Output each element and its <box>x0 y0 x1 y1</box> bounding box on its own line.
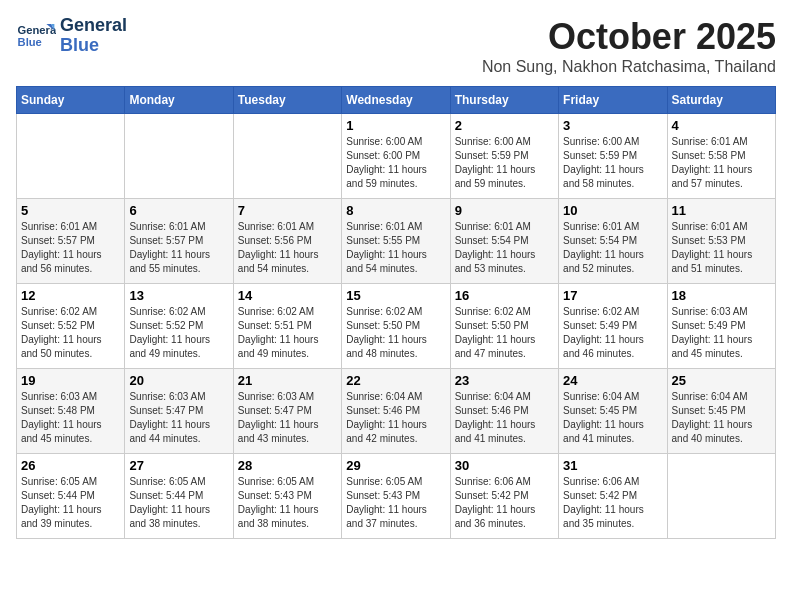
day-info: Sunrise: 6:00 AMSunset: 5:59 PMDaylight:… <box>455 135 554 191</box>
day-cell: 8Sunrise: 6:01 AMSunset: 5:55 PMDaylight… <box>342 199 450 284</box>
day-cell: 17Sunrise: 6:02 AMSunset: 5:49 PMDayligh… <box>559 284 667 369</box>
month-title: October 2025 <box>482 16 776 58</box>
day-info: Sunrise: 6:01 AMSunset: 5:56 PMDaylight:… <box>238 220 337 276</box>
day-number: 13 <box>129 288 228 303</box>
day-info: Sunrise: 6:03 AMSunset: 5:47 PMDaylight:… <box>238 390 337 446</box>
day-number: 31 <box>563 458 662 473</box>
day-info: Sunrise: 6:03 AMSunset: 5:48 PMDaylight:… <box>21 390 120 446</box>
day-number: 21 <box>238 373 337 388</box>
day-number: 1 <box>346 118 445 133</box>
day-number: 22 <box>346 373 445 388</box>
day-info: Sunrise: 6:06 AMSunset: 5:42 PMDaylight:… <box>563 475 662 531</box>
logo-text-general: General <box>60 16 127 36</box>
day-info: Sunrise: 6:04 AMSunset: 5:46 PMDaylight:… <box>455 390 554 446</box>
day-info: Sunrise: 6:05 AMSunset: 5:44 PMDaylight:… <box>21 475 120 531</box>
day-cell: 4Sunrise: 6:01 AMSunset: 5:58 PMDaylight… <box>667 114 775 199</box>
day-info: Sunrise: 6:01 AMSunset: 5:53 PMDaylight:… <box>672 220 771 276</box>
day-info: Sunrise: 6:00 AMSunset: 6:00 PMDaylight:… <box>346 135 445 191</box>
weekday-monday: Monday <box>125 87 233 114</box>
day-info: Sunrise: 6:02 AMSunset: 5:49 PMDaylight:… <box>563 305 662 361</box>
day-info: Sunrise: 6:04 AMSunset: 5:45 PMDaylight:… <box>672 390 771 446</box>
day-info: Sunrise: 6:03 AMSunset: 5:49 PMDaylight:… <box>672 305 771 361</box>
day-cell: 18Sunrise: 6:03 AMSunset: 5:49 PMDayligh… <box>667 284 775 369</box>
day-number: 30 <box>455 458 554 473</box>
week-row-3: 12Sunrise: 6:02 AMSunset: 5:52 PMDayligh… <box>17 284 776 369</box>
day-number: 9 <box>455 203 554 218</box>
logo: General Blue General Blue <box>16 16 127 56</box>
day-info: Sunrise: 6:06 AMSunset: 5:42 PMDaylight:… <box>455 475 554 531</box>
day-cell: 22Sunrise: 6:04 AMSunset: 5:46 PMDayligh… <box>342 369 450 454</box>
day-number: 12 <box>21 288 120 303</box>
day-number: 28 <box>238 458 337 473</box>
day-number: 8 <box>346 203 445 218</box>
day-number: 24 <box>563 373 662 388</box>
day-number: 15 <box>346 288 445 303</box>
week-row-2: 5Sunrise: 6:01 AMSunset: 5:57 PMDaylight… <box>17 199 776 284</box>
calendar-body: 1Sunrise: 6:00 AMSunset: 6:00 PMDaylight… <box>17 114 776 539</box>
day-number: 6 <box>129 203 228 218</box>
svg-text:Blue: Blue <box>18 36 42 48</box>
day-number: 14 <box>238 288 337 303</box>
day-cell: 9Sunrise: 6:01 AMSunset: 5:54 PMDaylight… <box>450 199 558 284</box>
day-cell <box>233 114 341 199</box>
day-cell: 28Sunrise: 6:05 AMSunset: 5:43 PMDayligh… <box>233 454 341 539</box>
day-cell: 27Sunrise: 6:05 AMSunset: 5:44 PMDayligh… <box>125 454 233 539</box>
day-info: Sunrise: 6:02 AMSunset: 5:50 PMDaylight:… <box>455 305 554 361</box>
title-block: October 2025 Non Sung, Nakhon Ratchasima… <box>482 16 776 76</box>
day-cell: 31Sunrise: 6:06 AMSunset: 5:42 PMDayligh… <box>559 454 667 539</box>
day-number: 10 <box>563 203 662 218</box>
day-info: Sunrise: 6:00 AMSunset: 5:59 PMDaylight:… <box>563 135 662 191</box>
day-number: 16 <box>455 288 554 303</box>
day-info: Sunrise: 6:05 AMSunset: 5:43 PMDaylight:… <box>346 475 445 531</box>
day-info: Sunrise: 6:01 AMSunset: 5:54 PMDaylight:… <box>455 220 554 276</box>
day-cell: 23Sunrise: 6:04 AMSunset: 5:46 PMDayligh… <box>450 369 558 454</box>
day-info: Sunrise: 6:01 AMSunset: 5:57 PMDaylight:… <box>21 220 120 276</box>
day-number: 11 <box>672 203 771 218</box>
day-info: Sunrise: 6:05 AMSunset: 5:44 PMDaylight:… <box>129 475 228 531</box>
day-cell: 6Sunrise: 6:01 AMSunset: 5:57 PMDaylight… <box>125 199 233 284</box>
day-number: 7 <box>238 203 337 218</box>
day-info: Sunrise: 6:01 AMSunset: 5:54 PMDaylight:… <box>563 220 662 276</box>
day-info: Sunrise: 6:01 AMSunset: 5:58 PMDaylight:… <box>672 135 771 191</box>
day-cell: 25Sunrise: 6:04 AMSunset: 5:45 PMDayligh… <box>667 369 775 454</box>
day-cell: 19Sunrise: 6:03 AMSunset: 5:48 PMDayligh… <box>17 369 125 454</box>
day-cell: 2Sunrise: 6:00 AMSunset: 5:59 PMDaylight… <box>450 114 558 199</box>
day-cell <box>667 454 775 539</box>
location-title: Non Sung, Nakhon Ratchasima, Thailand <box>482 58 776 76</box>
day-cell: 20Sunrise: 6:03 AMSunset: 5:47 PMDayligh… <box>125 369 233 454</box>
weekday-friday: Friday <box>559 87 667 114</box>
day-cell: 29Sunrise: 6:05 AMSunset: 5:43 PMDayligh… <box>342 454 450 539</box>
day-info: Sunrise: 6:04 AMSunset: 5:45 PMDaylight:… <box>563 390 662 446</box>
day-number: 23 <box>455 373 554 388</box>
day-number: 19 <box>21 373 120 388</box>
weekday-wednesday: Wednesday <box>342 87 450 114</box>
day-info: Sunrise: 6:04 AMSunset: 5:46 PMDaylight:… <box>346 390 445 446</box>
day-cell: 12Sunrise: 6:02 AMSunset: 5:52 PMDayligh… <box>17 284 125 369</box>
day-number: 25 <box>672 373 771 388</box>
day-number: 26 <box>21 458 120 473</box>
weekday-header-row: SundayMondayTuesdayWednesdayThursdayFrid… <box>17 87 776 114</box>
header: General Blue General Blue October 2025 N… <box>16 16 776 76</box>
day-info: Sunrise: 6:01 AMSunset: 5:55 PMDaylight:… <box>346 220 445 276</box>
day-number: 4 <box>672 118 771 133</box>
day-cell: 13Sunrise: 6:02 AMSunset: 5:52 PMDayligh… <box>125 284 233 369</box>
day-cell: 26Sunrise: 6:05 AMSunset: 5:44 PMDayligh… <box>17 454 125 539</box>
day-number: 3 <box>563 118 662 133</box>
day-cell: 16Sunrise: 6:02 AMSunset: 5:50 PMDayligh… <box>450 284 558 369</box>
day-cell: 15Sunrise: 6:02 AMSunset: 5:50 PMDayligh… <box>342 284 450 369</box>
day-number: 18 <box>672 288 771 303</box>
day-info: Sunrise: 6:02 AMSunset: 5:52 PMDaylight:… <box>129 305 228 361</box>
day-number: 27 <box>129 458 228 473</box>
day-number: 17 <box>563 288 662 303</box>
weekday-thursday: Thursday <box>450 87 558 114</box>
weekday-saturday: Saturday <box>667 87 775 114</box>
day-info: Sunrise: 6:02 AMSunset: 5:52 PMDaylight:… <box>21 305 120 361</box>
day-cell: 14Sunrise: 6:02 AMSunset: 5:51 PMDayligh… <box>233 284 341 369</box>
day-info: Sunrise: 6:01 AMSunset: 5:57 PMDaylight:… <box>129 220 228 276</box>
day-number: 20 <box>129 373 228 388</box>
day-cell: 1Sunrise: 6:00 AMSunset: 6:00 PMDaylight… <box>342 114 450 199</box>
day-info: Sunrise: 6:03 AMSunset: 5:47 PMDaylight:… <box>129 390 228 446</box>
day-cell <box>125 114 233 199</box>
calendar-table: SundayMondayTuesdayWednesdayThursdayFrid… <box>16 86 776 539</box>
day-number: 2 <box>455 118 554 133</box>
